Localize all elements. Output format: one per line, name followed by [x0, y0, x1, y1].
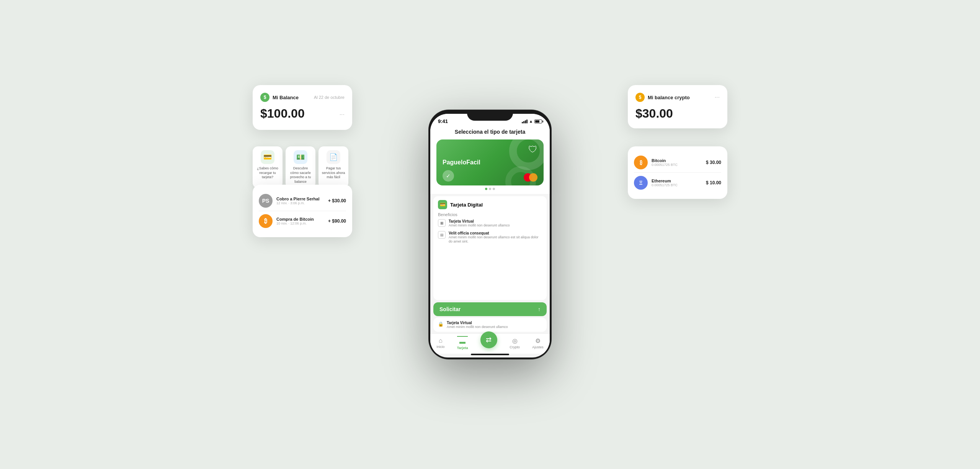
- services-text: Pagar tus servicios ahora más fácil: [322, 166, 345, 180]
- dot-1[interactable]: [485, 188, 487, 190]
- signal-icon: [522, 120, 528, 123]
- benefit-title-2: Velit officia consequat: [449, 231, 542, 235]
- benefit-item-1: ▦ Tarjeta Virtual Amet minim mollit non …: [438, 219, 542, 228]
- benefit-title-1: Tarjeta Virtual: [449, 219, 510, 223]
- battery-icon: [534, 120, 542, 123]
- crypto-balance-title: Mi balance crypto: [648, 95, 690, 100]
- card-type-icon: 💳: [438, 200, 447, 209]
- recharge-icon: 💳: [261, 150, 274, 164]
- tx-name-bitcoin: Compra de Bitcoin: [276, 217, 324, 221]
- bitcoin-amount: 0.00051725 BTC: [652, 163, 702, 167]
- bitcoin-name: Bitcoin: [652, 158, 702, 163]
- transaction-item[interactable]: PS Cobro a Pierre Serhal 12 nov. · 3:06 …: [259, 191, 346, 211]
- tx-avatar-bitcoin: ₿: [259, 214, 273, 228]
- tx-date-bitcoin: 10 nov. · 12:06 p.m.: [276, 221, 324, 225]
- benefit-icon-1: ▦: [438, 219, 446, 227]
- virtual-card-title: Tarjeta Virtual: [447, 321, 508, 325]
- nav-inicio[interactable]: ⌂ Inicio: [436, 337, 444, 349]
- ethereum-name: Ethereum: [652, 179, 702, 183]
- ethereum-value: $ 10.00: [706, 180, 721, 185]
- phone-content: 💳 Tarjeta Digital Beneficios ▦ Tarjeta V…: [430, 194, 550, 333]
- benefit-desc-1: Amet minim mollit non deserunt ullamco: [449, 223, 510, 228]
- status-time: 9:41: [438, 118, 448, 124]
- card-shield-icon: 🛡: [528, 144, 537, 155]
- dot-2[interactable]: [489, 188, 491, 190]
- virtual-card-item[interactable]: 🔒 Tarjeta Virtual Amet minim mollit non …: [433, 318, 547, 332]
- phone: 9:41 ▲ Selecciona el tipo de tarjeta: [429, 110, 551, 359]
- tx-info-bitcoin: Compra de Bitcoin 10 nov. · 12:06 p.m.: [276, 217, 324, 225]
- card-type-section: 💳 Tarjeta Digital Beneficios ▦ Tarjeta V…: [433, 196, 547, 300]
- virtual-card-desc: Amet minim mollit non deserunt ullamco: [447, 325, 508, 329]
- tx-info-pierre: Cobro a Pierre Serhal 12 nov. · 3:06 p.m…: [276, 197, 324, 205]
- crypto-nav-icon: ◎: [512, 337, 518, 344]
- tx-amount-bitcoin: + $90.00: [328, 218, 346, 224]
- balance-more-icon[interactable]: ···: [340, 111, 345, 118]
- bitcoin-holding[interactable]: ₿ Bitcoin 0.00051725 BTC $ 30.00: [634, 153, 721, 172]
- crypto-balance-more-icon[interactable]: ···: [715, 94, 720, 101]
- card-nav-icon: ▬: [459, 338, 466, 345]
- tx-avatar-pierre: PS: [259, 194, 273, 208]
- nav-tarjeta-label: Tarjeta: [457, 346, 468, 350]
- nav-ajustes[interactable]: ⚙ Ajustes: [532, 337, 544, 349]
- crypto-balance-card: $ Mi balance crypto ··· $30.00: [628, 85, 727, 128]
- status-icons: ▲: [522, 119, 542, 123]
- home-indicator: [471, 354, 509, 355]
- transactions-card: PS Cobro a Pierre Serhal 12 nov. · 3:06 …: [253, 185, 352, 237]
- nav-tarjeta[interactable]: ▬ Tarjeta: [457, 336, 468, 350]
- transaction-item-btc[interactable]: ₿ Compra de Bitcoin 10 nov. · 12:06 p.m.…: [259, 211, 346, 231]
- settings-nav-icon: ⚙: [535, 337, 541, 344]
- benefit-item-2: ▤ Velit officia consequat Amet minim mol…: [438, 231, 542, 244]
- action-card-recharge[interactable]: 💳 ¿Sabes cómo recargar tu tarjeta?: [253, 146, 283, 188]
- solicitar-button[interactable]: Solicitar ↑: [433, 302, 547, 316]
- dot-3[interactable]: [493, 188, 495, 190]
- crypto-coin-icon: $: [635, 93, 645, 102]
- tx-date-pierre: 12 nov. · 3:06 p.m.: [276, 201, 324, 205]
- nav-ajustes-label: Ajustes: [532, 345, 544, 349]
- action-cards: 💳 ¿Sabes cómo recargar tu tarjeta? 💵 Des…: [253, 146, 348, 188]
- carousel-dots: [436, 185, 544, 191]
- exchange-button[interactable]: ⇄: [480, 331, 497, 348]
- balance-promo-icon: 💵: [294, 150, 307, 164]
- crypto-holdings-card: ₿ Bitcoin 0.00051725 BTC $ 30.00 Ξ Ether…: [628, 146, 727, 199]
- nav-inicio-label: Inicio: [436, 345, 444, 349]
- services-icon: 📄: [327, 150, 340, 164]
- balance-title: Mi Balance: [273, 95, 299, 100]
- card-carousel: PagueloFacil 🛡 ✓: [430, 136, 550, 194]
- lock-icon: 🔒: [438, 321, 444, 327]
- bitcoin-info: Bitcoin 0.00051725 BTC: [652, 158, 702, 167]
- beneficios-label: Beneficios: [438, 212, 542, 217]
- balance-card: $ Mi Balance Al 22 de octubre $100.00 ··…: [253, 85, 352, 130]
- benefit-desc-2: Amet minim mollit non deserunt ullamco e…: [449, 235, 542, 244]
- screen-title: Selecciona el tipo de tarjeta: [430, 126, 550, 136]
- balance-promo-text: Descubre cómo sacarle provecho a tu bala…: [289, 166, 312, 184]
- phone-notch: [467, 110, 513, 121]
- balance-amount: $100.00: [260, 107, 305, 121]
- main-scene: $ Mi Balance Al 22 de octubre $100.00 ··…: [222, 24, 758, 445]
- mastercard-logo: [524, 173, 537, 182]
- tx-name-pierre: Cobro a Pierre Serhal: [276, 197, 324, 201]
- bottom-nav: ⌂ Inicio ▬ Tarjeta ⇄ ◎ Crypto ⚙ Ajustes: [430, 333, 550, 354]
- tx-amount-pierre: + $30.00: [328, 198, 346, 203]
- ethereum-info: Ethereum 0.00051725 BTC: [652, 179, 702, 187]
- card-checkmark-icon: ✓: [443, 170, 454, 182]
- card-visual[interactable]: PagueloFacil 🛡 ✓: [436, 139, 544, 185]
- wifi-icon: ▲: [529, 119, 533, 123]
- action-card-balance[interactable]: 💵 Descubre cómo sacarle provecho a tu ba…: [286, 146, 315, 188]
- action-card-services[interactable]: 📄 Pagar tus servicios ahora más fácil: [318, 146, 348, 188]
- ethereum-amount: 0.00051725 BTC: [652, 183, 702, 187]
- balance-icon: $: [260, 93, 270, 102]
- card-brand: PagueloFacil: [443, 159, 480, 166]
- ethereum-holding[interactable]: Ξ Ethereum 0.00051725 BTC $ 10.00: [634, 172, 721, 193]
- nav-crypto[interactable]: ◎ Crypto: [510, 337, 520, 349]
- home-icon: ⌂: [439, 337, 443, 344]
- nav-crypto-label: Crypto: [510, 345, 520, 349]
- ethereum-icon: Ξ: [634, 176, 648, 190]
- bitcoin-value: $ 30.00: [706, 160, 721, 165]
- balance-date: Al 22 de octubre: [314, 95, 345, 100]
- phone-screen: 9:41 ▲ Selecciona el tipo de tarjeta: [430, 114, 550, 357]
- card-type-title: Tarjeta Digital: [450, 202, 483, 208]
- bitcoin-icon: ₿: [634, 156, 648, 169]
- benefit-icon-2: ▤: [438, 231, 446, 239]
- recharge-text: ¿Sabes cómo recargar tu tarjeta?: [256, 166, 279, 180]
- crypto-balance-amount: $30.00: [635, 107, 673, 120]
